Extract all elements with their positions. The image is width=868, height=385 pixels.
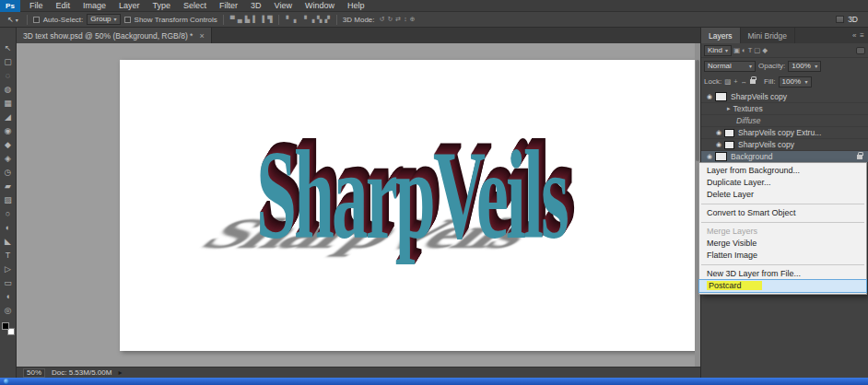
context-menu-item[interactable]: Flatten Image xyxy=(699,250,866,262)
status-flyout-arrow-icon[interactable]: ▸ xyxy=(118,368,122,377)
filter-type-layers-icon[interactable]: T xyxy=(748,46,753,54)
type-tool[interactable]: T xyxy=(0,248,17,262)
menu-file[interactable]: File xyxy=(23,0,50,12)
align-left-edges-icon[interactable]: ▌ xyxy=(252,15,258,24)
visibility-eye-icon[interactable]: ◉ xyxy=(713,129,724,136)
tab-mini-bridge[interactable]: Mini Bridge xyxy=(741,28,796,43)
workspace-switcher[interactable]: 3D xyxy=(836,15,863,24)
layer-row[interactable]: ◉ ▸ SharpVeils copy Extru... xyxy=(701,127,868,139)
visibility-eye-icon[interactable]: ◉ xyxy=(713,141,724,148)
context-menu-item[interactable]: Layer from Background... xyxy=(699,165,866,177)
tab-layers[interactable]: Layers xyxy=(701,28,741,43)
3d-roll-camera-icon[interactable]: ↻ xyxy=(386,15,393,24)
layer-row[interactable]: ◉ ▸ SharpVeils copy xyxy=(701,139,868,151)
eyedropper-tool[interactable]: ◢ xyxy=(0,110,17,123)
menu-window[interactable]: Window xyxy=(299,0,341,12)
blend-mode-dropdown[interactable]: Normal ▾ xyxy=(704,61,756,72)
visibility-eye-icon[interactable]: ◉ xyxy=(704,93,715,100)
filter-pixel-layers-icon[interactable]: ▣ xyxy=(733,46,740,54)
context-menu-item[interactable] xyxy=(701,204,864,204)
close-icon[interactable]: × xyxy=(199,31,204,41)
3d-slide-camera-icon[interactable]: ↕ xyxy=(403,15,408,24)
path-selection-tool[interactable]: ▷ xyxy=(0,262,17,275)
lasso-tool[interactable]: ◌ xyxy=(0,68,17,82)
panel-menu-icon[interactable]: ≡ xyxy=(860,31,864,40)
disclosure-triangle-icon[interactable]: ▸ xyxy=(727,105,731,112)
history-brush-tool[interactable]: ◷ xyxy=(0,165,17,179)
distribute-bottom-edges-icon[interactable]: ▝ xyxy=(300,15,307,24)
auto-select-checkbox[interactable] xyxy=(33,17,40,23)
filter-adjustment-layers-icon[interactable]: ◐ xyxy=(742,46,746,54)
auto-select-dropdown[interactable]: Group ▾ xyxy=(87,14,120,25)
align-horizontal-centers-icon[interactable]: ▐ xyxy=(259,15,265,24)
visibility-eye-icon[interactable]: ◉ xyxy=(704,153,715,160)
context-menu-item[interactable]: Merge Visible xyxy=(699,238,866,250)
layer-row[interactable]: ◉ ▸ Diffuse xyxy=(701,115,868,127)
distribute-right-edges-icon[interactable]: ▞ xyxy=(323,15,330,24)
hand-tool[interactable]: ◖ xyxy=(0,289,17,303)
brush-tool[interactable]: ◆ xyxy=(0,137,17,151)
gradient-tool[interactable]: ▨ xyxy=(0,192,17,206)
quick-selection-tool[interactable]: ◍ xyxy=(0,82,17,96)
document-canvas[interactable]: SharpVeils SharpVeils xyxy=(120,60,698,351)
menu-type[interactable]: Type xyxy=(147,0,178,12)
menu-3d[interactable]: 3D xyxy=(244,0,268,12)
taskbar[interactable] xyxy=(0,378,868,385)
start-button[interactable] xyxy=(4,379,9,384)
menu-select[interactable]: Select xyxy=(177,0,213,12)
align-top-edges-icon[interactable]: ▀ xyxy=(229,15,236,24)
scrollbar-thumb[interactable] xyxy=(696,60,699,161)
menu-image[interactable]: Image xyxy=(76,0,112,12)
spot-healing-brush-tool[interactable]: ◉ xyxy=(0,123,17,137)
zoom-tool[interactable]: ◎ xyxy=(0,303,17,317)
context-menu-item[interactable]: Delete Layer xyxy=(699,189,866,201)
dodge-tool[interactable]: ◐ xyxy=(0,220,17,234)
context-menu-item[interactable]: New 3D Layer from File... xyxy=(699,268,866,280)
menu-view[interactable]: View xyxy=(268,0,299,12)
rectangle-tool[interactable]: ▭ xyxy=(0,275,17,289)
clone-stamp-tool[interactable]: ◈ xyxy=(0,151,17,165)
3d-drag-camera-icon[interactable]: ⇄ xyxy=(394,15,402,24)
lock-pixels-icon[interactable]: + xyxy=(733,77,737,86)
3d-rotate-camera-icon[interactable]: ↺ xyxy=(379,15,386,24)
layer-row[interactable]: ◉ ▸ Textures xyxy=(701,103,868,115)
align-vertical-centers-icon[interactable]: ▄ xyxy=(237,15,243,24)
align-right-edges-icon[interactable]: ▜ xyxy=(266,15,273,24)
foreground-color-swatch[interactable] xyxy=(2,322,9,330)
context-menu-item[interactable] xyxy=(701,222,864,223)
filter-kind-dropdown[interactable]: Kind ▾ xyxy=(704,45,732,56)
align-bottom-edges-icon[interactable]: ▙ xyxy=(244,15,251,24)
fill-field[interactable]: 100% ▾ xyxy=(779,76,812,88)
filter-shape-layers-icon[interactable]: ▢ xyxy=(754,46,760,54)
context-menu-item[interactable]: Convert to Smart Object xyxy=(699,207,866,219)
collapse-panels-icon[interactable]: « xyxy=(852,31,856,40)
lock-transparency-icon[interactable]: ▨ xyxy=(724,77,731,86)
distribute-left-edges-icon[interactable]: ▗ xyxy=(309,15,315,24)
distribute-vertical-centers-icon[interactable]: ▖ xyxy=(293,15,299,24)
context-menu-item[interactable]: Postcard xyxy=(699,280,866,292)
document-tab[interactable]: 3D text show.psd @ 50% (Background, RGB/… xyxy=(17,28,212,43)
rectangular-marquee-tool[interactable]: ▢ xyxy=(0,54,17,68)
context-menu-item[interactable] xyxy=(701,264,864,265)
distribute-top-edges-icon[interactable]: ▘ xyxy=(285,15,291,24)
3d-zoom-camera-icon[interactable]: ⊕ xyxy=(409,15,416,24)
lock-position-icon[interactable]: ↔ xyxy=(741,77,748,86)
show-transform-controls-checkbox[interactable] xyxy=(124,17,131,23)
distribute-horizontal-centers-icon[interactable]: ▚ xyxy=(316,15,323,24)
crop-tool[interactable]: ▦ xyxy=(0,96,17,110)
menu-help[interactable]: Help xyxy=(341,0,371,12)
lock-all-icon[interactable] xyxy=(750,79,756,84)
pen-tool[interactable]: ◣ xyxy=(0,234,17,248)
opacity-field[interactable]: 100% ▾ xyxy=(788,61,821,72)
blur-tool[interactable]: ○ xyxy=(0,206,17,220)
eraser-tool[interactable]: ▰ xyxy=(0,179,17,192)
menu-layer[interactable]: Layer xyxy=(112,0,147,12)
context-menu-item[interactable]: Duplicate Layer... xyxy=(699,177,866,189)
menu-edit[interactable]: Edit xyxy=(50,0,77,12)
filter-smart-objects-icon[interactable]: ◆ xyxy=(762,46,768,54)
layer-row[interactable]: ◉ ▸ SharpVeils copy xyxy=(701,91,868,103)
zoom-level-field[interactable]: 50% xyxy=(23,368,45,378)
tool-preset-picker[interactable]: ↖ ▾ xyxy=(5,16,21,24)
menu-filter[interactable]: Filter xyxy=(213,0,244,12)
move-tool[interactable]: ↖ xyxy=(0,41,17,54)
